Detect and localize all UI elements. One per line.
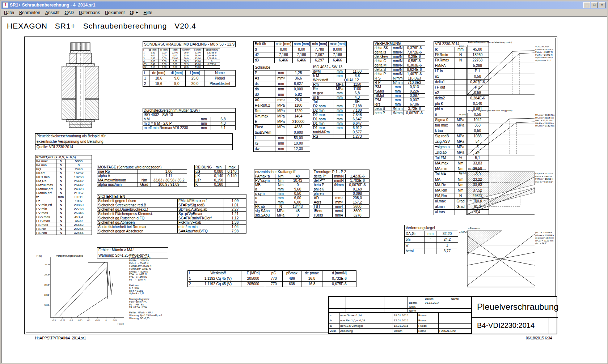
text-line: Fz = 1097 N — [129, 278, 182, 281]
text-line: MA- = 23,22 Nm — [535, 119, 554, 122]
svg-text:-0,05: -0,05 — [95, 319, 100, 321]
diagram-title: F-alpha-Diagramm (bez.auf elast.Ausg.pun… — [468, 41, 512, 43]
durchsteck-table: Durchsteckverschr.m.Mutter (DSV)ISO 4032… — [143, 108, 236, 130]
table-row: delta SKmm/N0,379E-6 — [374, 46, 425, 50]
table-row — [329, 297, 408, 301]
table-row: FMmin,erfN21957 — [35, 191, 92, 195]
window-title: SR1+ Schraubenberechnung - 4_2014.sr1 — [10, 3, 583, 8]
chart-title: Verspannungsschaubild — [56, 254, 83, 257]
y-axis-label: F [N] — [37, 254, 42, 257]
maximize-button[interactable]: □ — [591, 2, 598, 8]
table-row: beta S/Nmm3,72E-6 — [374, 107, 425, 111]
table-row: 35,820,0015,0026,643,002,685E-6 — [143, 57, 220, 60]
table-row: DA,Grmm32,20 — [405, 231, 458, 237]
svg-text:-0,15: -0,15 — [78, 319, 83, 321]
text-line: Warnung: Sp>1.25 if nueRp>=1 — [129, 314, 182, 317]
table-row: Tol6H — [312, 100, 369, 104]
svg-text:-0,25: -0,25 — [60, 319, 65, 321]
table-row: Sicherheit gg.Dauerbruch(exz.)SD=sig.AS/… — [97, 207, 246, 212]
table-row: D1 nommm6,647 — [312, 117, 369, 121]
montage-table: MONTAGE (Schraube wird angezogen)nue Rp1… — [97, 165, 187, 187]
approval-table: DatumNameBearb.01.12.2014Gepr.Norm — [408, 297, 471, 313]
table-row: s symmm0,50 — [254, 192, 309, 196]
table-row: phi eK0,169 — [313, 187, 370, 192]
table-row: del.Gewmm/N0,29E-6 — [374, 55, 425, 59]
table-row: FA maxN5000 — [35, 159, 92, 163]
menu-bar: Datei Bearbeiten Ansicht CAD Datenbank D… — [1, 9, 607, 16]
table-row: w1 — [405, 243, 458, 248]
diagram-axis-label: p [MPa] — [459, 231, 467, 233]
table-row: R SN/mm116,0E3 — [374, 76, 425, 81]
table-row: Sicherheit gg.Rutschen d.FQSG=FKRmin/FKQ… — [97, 216, 246, 220]
bolt-drawing — [60, 42, 101, 129]
table-row: FS,ReN29264 — [35, 227, 92, 231]
table-row: h Mmm6,8 — [312, 74, 369, 78]
text-line: phi n = 0,081 — [129, 290, 182, 292]
statusbar-datetime: 06/18/2015 6:34 — [526, 336, 552, 340]
table-row: G36,470,002,0032,945,000,29E-6 — [143, 63, 220, 66]
table-row: Sicherheit gegen AbscherenSA=Atau*tauB/F… — [97, 229, 246, 234]
table-row: I'Bersmm43278 — [313, 213, 370, 218]
sicherheiten-table: SICHERHEITENSicherheit gegen LösenFMzul/… — [97, 194, 246, 234]
menu-item-hilfe[interactable]: Hilfe — [141, 9, 155, 16]
minimize-button[interactable]: _ — [583, 2, 590, 8]
table-row: cmue Gmax=1,1419.01.2015Ruoss — [329, 313, 471, 318]
text-line: phi = 24,2° — [535, 242, 554, 245]
table-row: exzentrische Verspannung und Belastung — [35, 139, 233, 145]
menu-item-datei[interactable]: Datei — [1, 9, 17, 16]
text-line: Montagediagramm: — [129, 298, 182, 301]
text-line: mue G = 0,08-0,14 — [535, 181, 553, 184]
menu-item-datenbank[interactable]: Datenbank — [76, 9, 102, 16]
table-row: ReMPa1100 — [312, 87, 369, 91]
text-line: alpha min= 91,1 — [535, 59, 553, 62]
diagram-axis-label: M [Nm] — [459, 114, 466, 116]
table-row: RmMPa1150 — [312, 82, 369, 87]
text-line: FKRmin= 18260 N — [535, 178, 553, 181]
table-row: DatumName — [408, 297, 471, 301]
table-row: alpha max/minGrad100,9 / 91,09 — [97, 183, 187, 187]
table-row: fzmm0,011 — [35, 195, 92, 199]
text-line: de pmax= 16,8 mm — [535, 237, 554, 240]
table-row: m geomm6,8 — [312, 91, 369, 95]
table-row: sig.SAbuMPa0 — [254, 213, 309, 218]
table-row: FV*ssymNm10,43 — [254, 179, 309, 183]
table-row: amm9,60 — [254, 187, 309, 192]
table-row: Sicherheit Flächenpress.Klemmst.Sp=pG/pB… — [97, 212, 246, 216]
table-row: µK0,1400,140 — [195, 174, 239, 178]
table-row: 218,69,020,0Pleueldeckel — [143, 81, 236, 87]
table-row: fSMmm0,313 — [374, 85, 425, 89]
table-row: µG0,0800,140 — [195, 170, 239, 174]
table-row: alpha A1,11 — [97, 174, 187, 178]
table-row: FK abN13443 — [254, 205, 309, 209]
table-row: Bearb.01.12.2014 — [408, 301, 471, 305]
table-row: Re,Rp0,2MPa1100 — [254, 103, 310, 108]
table-row: del.P**mm/N1,702E-6 — [313, 179, 370, 183]
menu-item-ole[interactable]: OLE — [127, 9, 141, 16]
table-row: phi°24,2 — [405, 237, 458, 243]
table-row: FPA maxN4509 — [35, 219, 92, 223]
table-row: betaL3,77 — [405, 248, 458, 254]
menu-item-bearbeiten[interactable]: Bearbeiten — [17, 9, 43, 16]
table-row: SICHERHEITEN — [97, 194, 246, 199]
text-line: FVmin,erf= 20860 N — [129, 257, 182, 260]
table-row: FKR minN18260 — [35, 175, 92, 179]
diagram-axis-label: F [N] — [459, 45, 464, 47]
menu-item-cad[interactable]: CAD — [62, 9, 76, 16]
table-row: Pmm1,25 — [254, 70, 310, 76]
svg-text:10E3: 10E3 — [44, 294, 49, 296]
table-row: WerkstoffQUAL.12 — [312, 78, 369, 82]
exzentrischer-kraftangriff-table: exzentrischer KraftangriffFAmax*aNm48FV*… — [254, 170, 309, 218]
iso4032-nut-table: ISO 4032 - SW 13dwMmm11,60h Mmm6,8Werkst… — [312, 65, 369, 139]
menu-item-ansicht[interactable]: Ansicht — [43, 9, 62, 16]
menu-item-dokument[interactable]: Dokument — [102, 9, 127, 16]
text-line: FA = FSA + FPA — [129, 306, 182, 309]
table-row: Sicherheit gg.AbhebenFKRmin/FKab1,36 — [97, 220, 246, 225]
table-row: sig.SAboMPa48 — [254, 209, 309, 213]
table-row: FAmax*aNm48 — [254, 174, 309, 179]
table-row: nue Rp1,00 — [97, 170, 187, 174]
table-row: fPMmm0,037 — [374, 98, 425, 102]
table-row: dbmm0,000 — [254, 87, 310, 92]
x-tick-labels: -0,3 -0,25 -0,2 -0,15 -0,1 -0,05 0 0,05 — [52, 319, 117, 321]
close-button[interactable]: × — [599, 2, 605, 8]
m-alpha-diagram: M-alpha-Diagramm (bez.auf elast.Ausg.pun… — [459, 108, 557, 166]
